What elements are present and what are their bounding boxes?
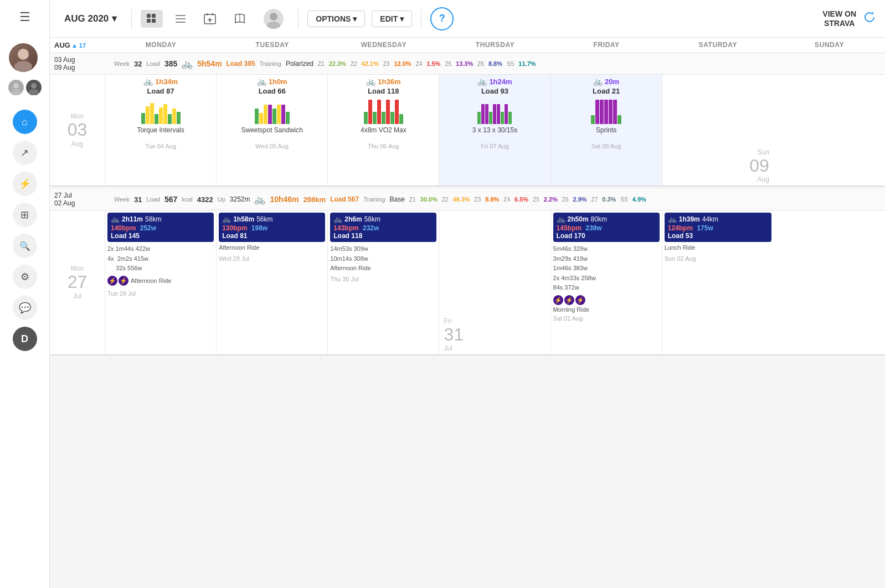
week-2-ss-val: 4.9% xyxy=(632,196,646,203)
sidebar-table-icon[interactable]: ⊞ xyxy=(13,203,37,227)
separator-3 xyxy=(421,9,421,29)
sat01-km: 80km xyxy=(591,215,607,223)
wed-bike-icon: 🚲 xyxy=(366,77,375,86)
sidebar-chat-icon[interactable]: 💬 xyxy=(13,296,37,320)
avatar-small-2[interactable] xyxy=(26,80,42,95)
mon-workout-name: Torque Intervals xyxy=(107,126,214,134)
sun02-date: Sun 02 Aug xyxy=(665,255,771,262)
sidebar-trends-icon[interactable]: ↗ xyxy=(13,141,37,165)
week-2-num: 31 xyxy=(134,195,142,204)
calendar-area: AUG ▲ 17 MONDAY TUESDAY WEDNESDAY THURSD… xyxy=(50,38,885,588)
mon27-km: 58km xyxy=(145,215,161,223)
week-2-z4-label: Z4 xyxy=(503,197,510,203)
settings-icon: ⚙ xyxy=(20,271,29,283)
day-header-wednesday: WEDNESDAY xyxy=(328,41,439,49)
grid-view-button[interactable] xyxy=(141,10,163,28)
week-1-monday-workout: 🚲 1h34m Load 87 xyxy=(107,77,214,149)
week-2-z1-label: Z1 xyxy=(409,197,416,203)
calendar-add-icon xyxy=(204,13,216,25)
list-view-button[interactable] xyxy=(169,10,192,28)
tue28-load: Load 81 xyxy=(222,232,322,240)
week-2-wednesday-ride: 🚲 2h6m 58km 143bpm 232w Load 118 14m xyxy=(330,213,436,282)
week-1-days-grid: Mon 03 Aug 🚲 1h34m Load 87 xyxy=(50,75,885,185)
week-2-bike-icon: 🚲 xyxy=(254,194,265,205)
week-2-up-val: 3252m xyxy=(230,195,250,203)
mon27-ride-name: Afternoon Ride xyxy=(131,277,171,284)
wed29-watts: 232w xyxy=(363,224,379,232)
week-2-wednesday-col[interactable]: 🚲 2h6m 58km 143bpm 232w Load 118 14m xyxy=(328,210,439,354)
sun02-km: 44km xyxy=(702,215,718,223)
calendar-add-button[interactable] xyxy=(198,9,222,28)
week-1-left-label: Mon 03 Aug xyxy=(50,75,105,185)
day-header-sunday: SUNDAY xyxy=(774,41,885,49)
week-2-saturday-col[interactable]: 🚲 2h50m 80km 145bpm 239w Load 170 5m xyxy=(551,210,662,354)
week-1-z4-label: Z4 xyxy=(416,61,423,67)
refresh-button[interactable] xyxy=(863,11,876,27)
fri-duration: 20m xyxy=(605,78,619,86)
week-1-tuesday-col[interactable]: 🚲 1h0m Load 66 xyxy=(217,75,328,185)
avatar-small-1[interactable] xyxy=(8,80,24,95)
tue28-ride-name: Afternoon Ride xyxy=(219,244,325,251)
sat01-ride-name: Morning Ride xyxy=(553,306,660,313)
month-selector[interactable]: AUG 2020 ▾ xyxy=(59,9,122,28)
mon-bike-icon: 🚲 xyxy=(143,77,153,86)
tue-workout-date: Wed 05 Aug xyxy=(219,143,325,149)
week-2-load-label: Load xyxy=(146,196,159,203)
user-avatar[interactable] xyxy=(9,43,41,75)
topbar: AUG 2020 ▾ xyxy=(50,0,885,38)
fri-bike-icon: 🚲 xyxy=(593,77,603,86)
help-button[interactable]: ? xyxy=(430,7,454,30)
tue-bike-icon: 🚲 xyxy=(257,77,266,86)
wed29-load: Load 118 xyxy=(333,232,433,240)
tue-duration: 1h0m xyxy=(269,78,287,86)
avatar-row xyxy=(8,80,42,95)
view-on-strava-button[interactable]: VIEW ON STRAVA xyxy=(822,9,856,28)
week-1-thursday-col[interactable]: 🚲 1h24m Load 93 xyxy=(439,75,550,185)
book-icon-button[interactable] xyxy=(228,9,251,28)
week-2-label: Week xyxy=(114,196,130,203)
week-1-monday-col[interactable]: 🚲 1h34m Load 87 xyxy=(105,75,217,185)
week-2-tuesday-col[interactable]: 🚲 1h58m 56km 130bpm 198w Load 81 Afterno… xyxy=(217,210,328,354)
week-1-friday-col[interactable]: 🚲 20m Load 21 Spr xyxy=(551,75,662,185)
week-1-z2-label: Z2 xyxy=(351,61,357,67)
mon-duration: 1h34m xyxy=(155,78,178,86)
svg-rect-6 xyxy=(147,14,151,18)
options-button[interactable]: OPTIONS ▾ xyxy=(307,11,365,27)
profile-icon-button[interactable] xyxy=(258,6,289,32)
svg-rect-9 xyxy=(152,19,156,23)
svg-point-20 xyxy=(267,22,280,29)
sidebar-flash-icon[interactable]: ⚡ xyxy=(13,172,37,196)
week-1-friday-workout: 🚲 20m Load 21 Spr xyxy=(553,77,660,149)
sidebar-d-icon[interactable]: D xyxy=(13,327,37,351)
week-2-z7-label: Z7 xyxy=(591,197,598,203)
week-2-sunday-col[interactable]: 🚲 1h39m 44km 124bpm 175w Load 53 Lunch R… xyxy=(662,210,774,354)
sidebar-home-icon[interactable]: ⌂ xyxy=(13,110,37,134)
hamburger-menu-icon[interactable]: ☰ xyxy=(15,6,35,29)
wed-load: Load 118 xyxy=(330,87,436,95)
week-2-monday-col[interactable]: 🚲 2h11m 58km 140bpm 252w Load 145 2x xyxy=(105,210,217,354)
week-2-z5-label: Z5 xyxy=(533,197,539,203)
week-1-thursday-workout: 🚲 1h24m Load 93 xyxy=(441,77,548,149)
svg-point-5 xyxy=(29,89,39,95)
week-1-z1-val: 22.3% xyxy=(329,60,346,67)
aug-label: AUG ▲ 17 xyxy=(50,41,105,49)
avatar-small-image-2 xyxy=(26,80,42,95)
sidebar-search-icon[interactable]: 🔍 xyxy=(13,234,37,258)
month-chevron-icon: ▾ xyxy=(112,13,117,24)
separator-1 xyxy=(131,9,132,29)
list-icon xyxy=(175,13,186,24)
wed29-bpm: 143bpm xyxy=(333,224,358,232)
week-1-training-val: Polarized xyxy=(286,60,313,68)
sat01-bike-icon: 🚲 xyxy=(557,215,565,223)
sidebar-settings-icon[interactable]: ⚙ xyxy=(13,265,37,289)
week-2-z6-val: 2.9% xyxy=(573,196,587,203)
svg-rect-12 xyxy=(176,22,186,23)
sat01-watts: 239w xyxy=(585,224,601,232)
thu-bike-icon: 🚲 xyxy=(477,77,487,86)
svg-rect-11 xyxy=(176,18,186,19)
week-2-z1-val: 30.0% xyxy=(420,196,438,203)
week-1-z2-val: 42.1% xyxy=(362,60,379,67)
week-1-wednesday-col[interactable]: 🚲 1h36m Load 118 xyxy=(328,75,439,185)
edit-button[interactable]: EDIT ▾ xyxy=(372,11,412,27)
mon-chart xyxy=(107,97,214,124)
